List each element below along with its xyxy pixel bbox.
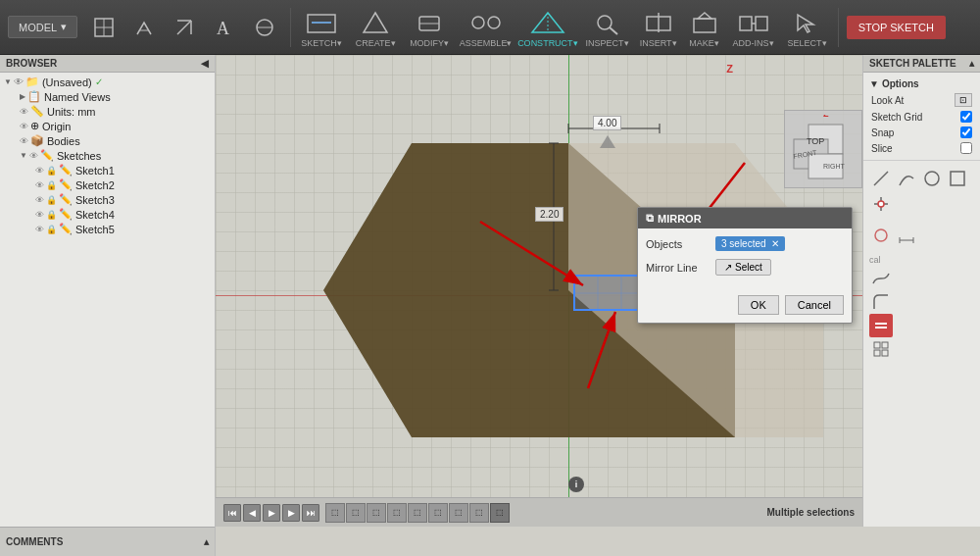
toolbar-group-addins[interactable]: ADD-INS▾: [729, 7, 778, 48]
sketch-grid-checkbox[interactable]: [960, 111, 972, 123]
snap-checkbox[interactable]: [960, 126, 972, 138]
tree-item-sketch4[interactable]: 👁 🔒 ✏️ Sketch4: [0, 207, 215, 222]
sketch-palette-title: SKETCH PALETTE: [869, 58, 956, 69]
svg-rect-66: [874, 342, 880, 348]
toolbar-sketch-tool-1[interactable]: [86, 12, 122, 43]
canvas-area[interactable]: 4.00 2.20 i Z TOP FRONT RIGHT Z ⧉ MIRROR: [216, 55, 862, 527]
toolbar-group-modify[interactable]: MODIFY▾: [405, 7, 454, 48]
palette-tool-equal[interactable]: [869, 314, 893, 337]
nav-prev-button[interactable]: ◀: [243, 504, 261, 522]
palette-tool-line[interactable]: [869, 167, 893, 190]
toolbar-group-inspect[interactable]: INSPECT▾: [583, 7, 632, 48]
palette-close-icon[interactable]: ▴: [969, 58, 974, 69]
toolbar-group-assemble[interactable]: ASSEMBLE▾: [459, 7, 513, 48]
options-section-header[interactable]: ▼ Options: [863, 76, 980, 91]
option-look-at: Look At ⊡: [863, 91, 980, 109]
nav-tool-6[interactable]: ⬚: [428, 503, 448, 523]
tree-item-sketches[interactable]: ▼ 👁 ✏️ Sketches: [0, 148, 215, 163]
svg-point-19: [598, 16, 612, 29]
palette-tool-circle[interactable]: [920, 167, 944, 190]
toolbar-group-insert[interactable]: INSERT▾: [637, 7, 680, 48]
toolbar-sketch-tool-5[interactable]: [247, 12, 282, 43]
viewcube[interactable]: TOP FRONT RIGHT Z: [784, 110, 862, 188]
construct-group-label: CONSTRUCT▾: [517, 38, 578, 48]
svg-marker-28: [798, 15, 813, 32]
nav-tool-3[interactable]: ⬚: [367, 503, 386, 523]
main-area: BROWSER ◀ ▼ 👁 📁 (Unsaved) ✓ ▶ 📋 Named Vi…: [0, 55, 980, 556]
palette-tool-rect[interactable]: [946, 167, 969, 190]
tree-item-sketch1-label: Sketch1: [75, 165, 115, 177]
svg-text:RIGHT: RIGHT: [823, 163, 846, 170]
info-badge[interactable]: i: [568, 477, 584, 492]
tree-item-sketch5[interactable]: 👁 🔒 ✏️ Sketch5: [0, 222, 215, 236]
nav-tool-8[interactable]: ⬚: [469, 503, 489, 523]
sketch-palette-header: SKETCH PALETTE ▴: [863, 55, 980, 73]
palette-tool-constraint[interactable]: [869, 224, 893, 247]
toolbar-sketch-tool-4[interactable]: A: [207, 12, 242, 43]
option-slice: Slice: [863, 140, 980, 156]
tree-item-sketch4-label: Sketch4: [75, 209, 115, 221]
tree-item-root[interactable]: ▼ 👁 📁 (Unsaved) ✓: [0, 75, 215, 89]
select-group-label: SELECT▾: [788, 38, 827, 48]
main-toolbar: MODEL ▾ A: [0, 0, 980, 55]
vertical-axis: [568, 55, 569, 527]
toolbar-group-make[interactable]: MAKE▾: [685, 7, 724, 48]
comments-label: COMMENTS: [6, 536, 63, 547]
stop-sketch-button[interactable]: STOP SKETCH: [847, 16, 946, 39]
tree-item-bodies[interactable]: 👁 📦 Bodies: [0, 133, 215, 148]
nav-tool-7[interactable]: ⬚: [449, 503, 468, 523]
comments-expand-icon[interactable]: ▴: [204, 536, 209, 547]
toolbar-sep-2: [838, 8, 839, 47]
nav-play-button[interactable]: ▶: [263, 504, 280, 522]
options-label: Options: [882, 78, 919, 89]
mirror-line-label: Mirror Line: [646, 262, 710, 274]
mirror-clear-icon[interactable]: ✕: [771, 238, 779, 249]
mirror-ok-button[interactable]: OK: [738, 295, 779, 315]
palette-tool-arc[interactable]: [895, 167, 918, 190]
mirror-dialog-title: ⧉ MIRROR: [638, 208, 852, 228]
modify-group-label: MODIFY▾: [410, 38, 449, 48]
toolbar-group-sketch[interactable]: SKETCH▾: [297, 7, 346, 48]
toolbar-group-create[interactable]: CREATE▾: [351, 7, 400, 48]
svg-marker-12: [364, 13, 387, 32]
dim-height-label: 2.20: [535, 207, 564, 222]
toolbar-sep-1: [290, 8, 291, 47]
nav-tool-9[interactable]: ⬚: [490, 503, 510, 523]
browser-collapse-icon[interactable]: ◀: [201, 58, 209, 69]
nav-next-button[interactable]: ▶: [282, 504, 300, 522]
model-dropdown-button[interactable]: MODEL ▾: [8, 16, 77, 38]
mirror-cancel-button[interactable]: Cancel: [785, 295, 844, 315]
tree-item-namedviews[interactable]: ▶ 📋 Named Views: [0, 89, 215, 104]
palette-tool-fillet[interactable]: [869, 290, 893, 314]
look-at-label: Look At: [871, 95, 904, 106]
nav-tool-1[interactable]: ⬚: [325, 503, 345, 523]
browser-title: BROWSER: [6, 58, 57, 69]
palette-tool-trim[interactable]: [869, 192, 893, 216]
svg-point-55: [925, 172, 939, 185]
palette-tool-dimension[interactable]: [895, 224, 918, 247]
nav-last-button[interactable]: ⏭: [302, 504, 319, 522]
svg-rect-23: [694, 19, 715, 32]
palette-tool-pattern[interactable]: [869, 337, 893, 361]
nav-first-button[interactable]: ⏮: [223, 504, 241, 522]
toolbar-sketch-tool-3[interactable]: [167, 12, 202, 43]
slice-checkbox[interactable]: [960, 142, 972, 154]
toolbar-sketch-tool-2[interactable]: [126, 12, 162, 43]
nav-tool-4[interactable]: ⬚: [387, 503, 407, 523]
mirror-select-button[interactable]: ↗ Select: [715, 259, 771, 276]
tree-item-sketch2[interactable]: 👁 🔒 ✏️ Sketch2: [0, 177, 215, 192]
toolbar-group-select[interactable]: SELECT▾: [783, 7, 832, 48]
tree-item-sketch1[interactable]: 👁 🔒 ✏️ Sketch1: [0, 163, 215, 177]
palette-tool-spline[interactable]: [869, 267, 893, 290]
toolbar-group-construct[interactable]: CONSTRUCT▾: [517, 7, 578, 48]
svg-rect-26: [756, 17, 767, 30]
palette-tools: cal: [863, 161, 980, 367]
tree-item-origin[interactable]: 👁 ⊕ Origin: [0, 119, 215, 133]
tree-item-sketch3[interactable]: 👁 🔒 ✏️ Sketch3: [0, 192, 215, 207]
look-at-button[interactable]: ⊡: [955, 93, 972, 107]
svg-line-4: [177, 21, 191, 34]
nav-tool-2[interactable]: ⬚: [346, 503, 366, 523]
tree-item-units[interactable]: 👁 📏 Units: mm: [0, 104, 215, 119]
nav-tool-5[interactable]: ⬚: [408, 503, 427, 523]
palette-cal-label: cal: [869, 255, 974, 265]
